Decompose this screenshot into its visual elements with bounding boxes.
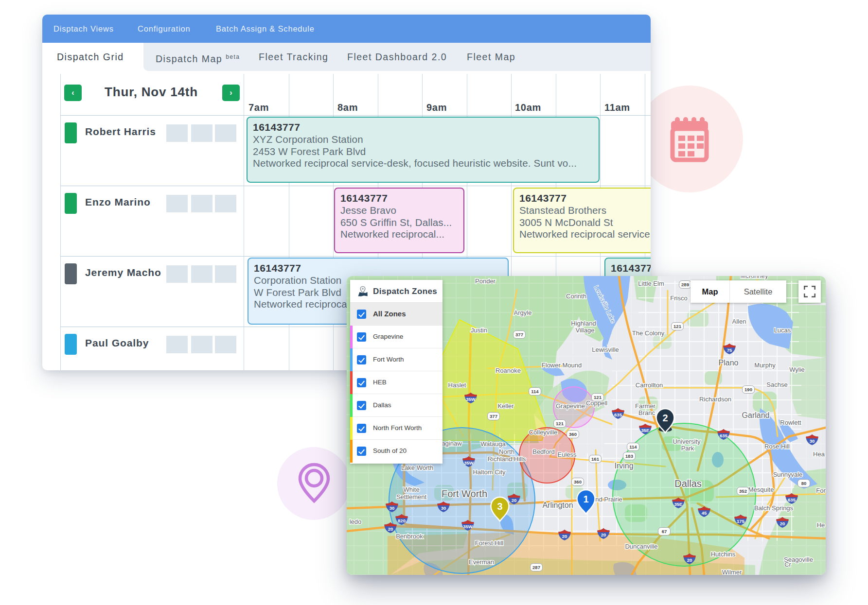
svg-text:Cr: Cr <box>784 561 791 568</box>
svg-text:635: 635 <box>788 497 796 502</box>
svg-text:Haslet: Haslet <box>448 381 466 389</box>
svg-text:Sunnyvale: Sunnyvale <box>773 471 803 478</box>
svg-text:Forest Hill: Forest Hill <box>475 539 504 547</box>
svg-text:67: 67 <box>662 529 667 534</box>
svg-text:McKinney: McKinney <box>740 276 768 279</box>
svg-text:Grapevine: Grapevine <box>556 402 585 410</box>
svg-text:Lucas: Lucas <box>774 327 791 334</box>
svg-text:75: 75 <box>727 347 732 353</box>
svg-text:175: 175 <box>737 519 745 524</box>
svg-text:Arlington: Arlington <box>542 501 573 509</box>
svg-text:Irving: Irving <box>614 462 633 470</box>
svg-text:Richardson: Richardson <box>699 396 731 403</box>
svg-text:Dallas: Dallas <box>674 478 702 489</box>
svg-text:30: 30 <box>810 438 815 444</box>
svg-text:Highland: Highland <box>571 320 596 327</box>
svg-text:287: 287 <box>532 565 540 570</box>
svg-text:Park: Park <box>681 445 694 452</box>
svg-text:aginaw: aginaw <box>442 440 462 447</box>
svg-text:Colleyville: Colleyville <box>529 429 558 436</box>
svg-text:Lewisville: Lewisville <box>592 346 619 353</box>
svg-text:35E: 35E <box>641 428 650 433</box>
svg-text:Lake Worth: Lake Worth <box>401 464 433 471</box>
svg-text:635: 635 <box>614 412 622 417</box>
svg-text:Watauga: Watauga <box>480 440 506 448</box>
svg-text:Fort Worth: Fort Worth <box>442 488 487 499</box>
svg-text:Village: Village <box>576 327 595 334</box>
svg-text:121: 121 <box>673 324 682 329</box>
svg-text:He: He <box>817 521 825 529</box>
svg-text:Little Elm: Little Elm <box>638 280 664 287</box>
svg-text:377: 377 <box>515 332 523 337</box>
svg-text:352: 352 <box>739 488 747 494</box>
svg-text:Haltom City: Haltom City <box>473 468 506 476</box>
svg-text:White: White <box>403 486 419 493</box>
svg-text:30: 30 <box>390 505 395 511</box>
svg-text:20: 20 <box>780 521 785 526</box>
svg-text:Plano: Plano <box>719 359 739 367</box>
svg-text:University: University <box>673 438 701 445</box>
svg-text:Everman: Everman <box>469 558 494 566</box>
svg-text:20: 20 <box>687 557 692 563</box>
svg-text:Euless: Euless <box>557 451 577 458</box>
svg-text:114: 114 <box>629 444 637 449</box>
svg-text:80: 80 <box>801 481 807 486</box>
svg-text:20: 20 <box>601 532 606 537</box>
svg-text:35W: 35W <box>463 524 473 529</box>
svg-text:360: 360 <box>569 432 577 437</box>
svg-text:20: 20 <box>562 534 567 539</box>
svg-text:289: 289 <box>681 282 689 287</box>
svg-text:183: 183 <box>625 453 633 459</box>
svg-text:161: 161 <box>591 456 600 462</box>
svg-text:Duncanville: Duncanville <box>625 543 657 550</box>
svg-text:Roanoke: Roanoke <box>496 367 521 374</box>
svg-text:Hea: Hea <box>813 450 825 458</box>
svg-text:Frisco: Frisco <box>670 294 687 302</box>
svg-text:The Colony: The Colony <box>632 329 665 337</box>
svg-text:121: 121 <box>556 421 564 426</box>
svg-text:Hutchins: Hutchins <box>711 551 736 558</box>
svg-text:Allen: Allen <box>732 318 746 325</box>
svg-text:35W: 35W <box>464 460 474 466</box>
svg-text:Keller: Keller <box>497 402 514 410</box>
svg-text:Justin: Justin <box>471 327 487 334</box>
svg-text:Bedford: Bedford <box>532 448 555 455</box>
svg-text:Rose Hill: Rose Hill <box>764 443 790 450</box>
svg-text:Ponder: Ponder <box>475 277 496 285</box>
svg-text:2: 2 <box>662 413 668 423</box>
svg-text:Branc: Branc <box>638 409 655 416</box>
svg-text:Argyle: Argyle <box>514 309 532 316</box>
svg-text:Carrollton: Carrollton <box>636 381 663 389</box>
svg-text:Flower Mound: Flower Mound <box>542 362 582 369</box>
svg-text:Mesquite: Mesquite <box>748 486 774 493</box>
svg-text:1: 1 <box>583 494 588 504</box>
svg-text:Rowlett: Rowlett <box>780 419 801 426</box>
svg-text:Farmer: Farmer <box>635 402 656 410</box>
svg-text:Corinth: Corinth <box>566 293 586 300</box>
svg-text:35W: 35W <box>466 397 476 402</box>
svg-text:45: 45 <box>702 510 707 516</box>
svg-text:Wilmer: Wilmer <box>722 569 742 575</box>
svg-text:Benbrook: Benbrook <box>396 533 423 540</box>
svg-text:North: North <box>499 448 514 455</box>
svg-text:635: 635 <box>720 433 728 438</box>
svg-text:Wylie: Wylie <box>789 366 805 373</box>
svg-text:Murphy: Murphy <box>754 362 776 369</box>
svg-text:For: For <box>816 487 826 494</box>
svg-text:20: 20 <box>388 526 393 532</box>
svg-text:114: 114 <box>531 389 539 394</box>
svg-text:3: 3 <box>497 501 502 512</box>
svg-text:360: 360 <box>574 479 582 484</box>
svg-text:20: 20 <box>512 498 517 503</box>
svg-text:Sachse: Sachse <box>766 381 787 388</box>
svg-text:820: 820 <box>398 518 406 523</box>
svg-text:Balch Springs: Balch Springs <box>754 504 794 512</box>
svg-text:ledo: ledo <box>350 518 362 525</box>
svg-text:35E: 35E <box>674 501 683 507</box>
svg-text:nd Prairie: nd Prairie <box>595 496 622 503</box>
svg-text:190: 190 <box>744 387 752 392</box>
svg-text:30: 30 <box>441 505 446 511</box>
svg-text:Settlement: Settlement <box>396 493 427 501</box>
svg-text:377: 377 <box>490 414 497 419</box>
svg-text:121: 121 <box>594 395 602 400</box>
